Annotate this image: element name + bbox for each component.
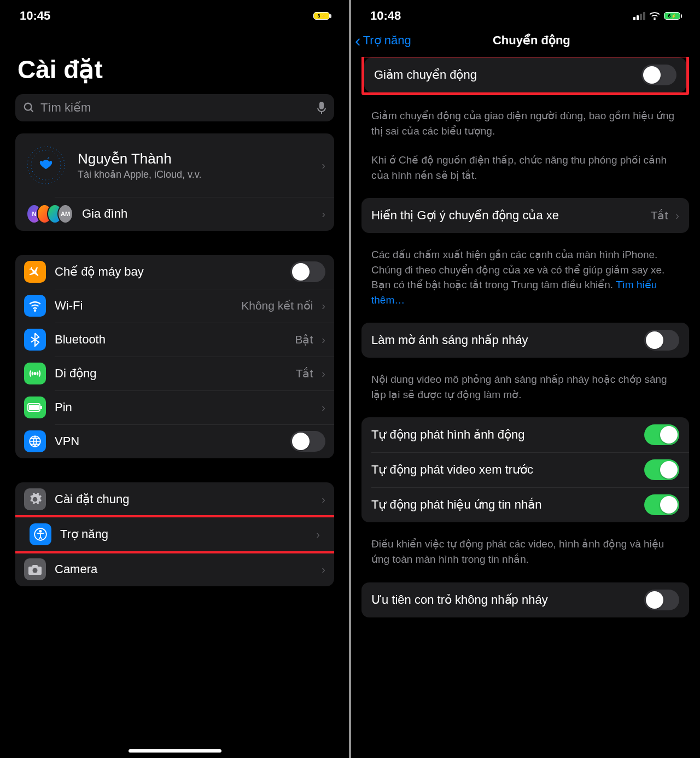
cellular-icon [24, 363, 46, 384]
cellular-value: Tắt [296, 367, 313, 380]
svg-rect-9 [29, 405, 39, 410]
reduce-motion-desc: Giảm chuyển động của giao diện người dùn… [361, 103, 689, 183]
chevron-right-icon: › [322, 368, 325, 380]
status-time: 10:45 [20, 9, 50, 23]
chevron-right-icon: › [322, 159, 325, 172]
auto-previews-toggle[interactable] [644, 459, 679, 480]
wifi-status-icon [649, 11, 661, 20]
wifi-icon [24, 295, 46, 317]
vpn-toggle[interactable] [290, 431, 325, 452]
chevron-left-icon: ‹ [355, 32, 361, 49]
bluetooth-icon [24, 329, 46, 351]
autoplay-group: Tự động phát hình ảnh động Tự động phát … [361, 417, 689, 522]
auto-previews-label: Tự động phát video xem trước [371, 463, 637, 477]
svg-point-6 [34, 310, 36, 311]
vpn-label: VPN [55, 434, 282, 448]
family-avatars: N AM [24, 204, 73, 224]
avatar [24, 143, 68, 187]
phone-right: 10:48 6⚡ ‹ Trợ năng Chuyển động Giảm chu… [351, 0, 700, 758]
status-time: 10:48 [370, 9, 401, 23]
autoplay-desc: Điều khiển việc tự động phát các video, … [361, 531, 689, 567]
bluetooth-label: Bluetooth [55, 333, 286, 347]
bluetooth-row[interactable]: Bluetooth Bật › [15, 323, 334, 357]
auto-images-row[interactable]: Tự động phát hình ảnh động [361, 417, 689, 452]
chevron-right-icon: › [675, 209, 679, 222]
airplane-row[interactable]: Chế độ máy bay [15, 255, 334, 289]
auto-msg-effects-toggle[interactable] [644, 494, 679, 515]
dim-flashing-group: Làm mờ ánh sáng nhấp nháy [361, 323, 689, 358]
signal-icon [633, 12, 645, 20]
chevron-right-icon: › [322, 300, 325, 312]
vpn-row[interactable]: VPN [15, 424, 334, 458]
auto-previews-row[interactable]: Tự động phát video xem trước [361, 452, 689, 487]
camera-label: Camera [55, 562, 313, 576]
camera-icon [24, 558, 46, 580]
nav-bar: ‹ Trợ năng Chuyển động [351, 27, 700, 57]
home-indicator[interactable] [129, 749, 221, 753]
mic-icon[interactable] [317, 101, 326, 114]
camera-row[interactable]: Camera › [15, 552, 334, 586]
prefer-non-blink-row[interactable]: Ưu tiên con trỏ không nhấp nháy [361, 582, 689, 617]
auto-msg-effects-label: Tự động phát hiệu ứng tin nhắn [371, 498, 637, 512]
svg-rect-10 [40, 406, 42, 409]
profile-name: Nguyễn Thành [78, 150, 312, 167]
wifi-label: Wi-Fi [55, 299, 232, 313]
status-bar: 10:48 6⚡ [351, 0, 700, 27]
airplane-label: Chế độ máy bay [55, 265, 282, 279]
svg-point-13 [39, 530, 41, 532]
auto-images-toggle[interactable] [644, 424, 679, 445]
search-icon [23, 102, 35, 114]
chevron-right-icon: › [316, 528, 320, 541]
reduce-motion-group: Giảm chuyển động [364, 57, 686, 92]
chevron-right-icon: › [322, 401, 325, 414]
chevron-right-icon: › [322, 334, 325, 346]
phone-left: 10:45 3⚡ Cài đặt Tìm kiếm [0, 0, 349, 758]
auto-msg-effects-row[interactable]: Tự động phát hiệu ứng tin nhắn [361, 487, 689, 522]
battery-icon: 3⚡ [313, 12, 330, 20]
general-row[interactable]: Cài đặt chung › [15, 482, 334, 516]
battery-icon: 6⚡ [664, 12, 680, 20]
family-row[interactable]: N AM Gia đình › [15, 197, 334, 231]
svg-point-15 [654, 19, 655, 20]
svg-line-1 [31, 109, 33, 112]
vehicle-cues-row[interactable]: Hiển thị Gợi ý chuyển động của xe Tắt › [361, 198, 689, 233]
vehicle-cues-value: Tắt [651, 209, 668, 222]
gear-icon [24, 488, 46, 510]
vehicle-cues-label: Hiển thị Gợi ý chuyển động của xe [371, 208, 643, 223]
cursor-group: Ưu tiên con trỏ không nhấp nháy [361, 582, 689, 617]
battery-settings-icon [24, 397, 46, 418]
svg-point-14 [33, 568, 38, 573]
reduce-motion-label: Giảm chuyển động [374, 68, 634, 82]
auto-images-label: Tự động phát hình ảnh động [371, 428, 637, 442]
battery-row[interactable]: Pin › [15, 390, 334, 424]
prefer-non-blink-toggle[interactable] [644, 590, 679, 610]
search-input[interactable]: Tìm kiếm [15, 94, 334, 121]
reduce-motion-toggle[interactable] [641, 65, 676, 85]
dim-flashing-row[interactable]: Làm mờ ánh sáng nhấp nháy [361, 323, 689, 358]
profile-subtitle: Tài khoản Apple, iCloud, v.v. [78, 168, 312, 180]
dim-flashing-label: Làm mờ ánh sáng nhấp nháy [371, 333, 637, 347]
airplane-icon [24, 261, 46, 283]
general-label: Cài đặt chung [55, 492, 313, 506]
chevron-right-icon: › [322, 493, 325, 506]
wifi-row[interactable]: Wi-Fi Không kết nối › [15, 289, 334, 323]
dim-flashing-toggle[interactable] [644, 330, 679, 351]
general-group: Cài đặt chung › Trợ năng › Camera › [15, 482, 334, 586]
profile-group: Nguyễn Thành Tài khoản Apple, iCloud, v.… [15, 133, 334, 231]
reduce-motion-row[interactable]: Giảm chuyển động [364, 57, 686, 92]
airplane-toggle[interactable] [290, 261, 325, 282]
bluetooth-value: Bật [295, 333, 313, 346]
page-title: Cài đặt [18, 55, 334, 84]
svg-point-7 [34, 372, 36, 374]
svg-rect-2 [319, 102, 324, 109]
status-bar: 10:45 3⚡ [0, 0, 349, 27]
connectivity-group: Chế độ máy bay Wi-Fi Không kết nối › Blu… [15, 255, 334, 458]
cellular-row[interactable]: Di động Tắt › [15, 357, 334, 390]
svg-point-0 [25, 103, 32, 110]
profile-row[interactable]: Nguyễn Thành Tài khoản Apple, iCloud, v.… [15, 133, 334, 197]
vpn-icon [24, 430, 46, 452]
dim-flashing-desc: Nội dung video mô phỏng ánh sáng nhấp nh… [361, 366, 689, 402]
nav-title: Chuyển động [368, 33, 696, 48]
family-label: Gia đình [82, 207, 313, 221]
accessibility-row[interactable]: Trợ năng › [15, 517, 334, 551]
